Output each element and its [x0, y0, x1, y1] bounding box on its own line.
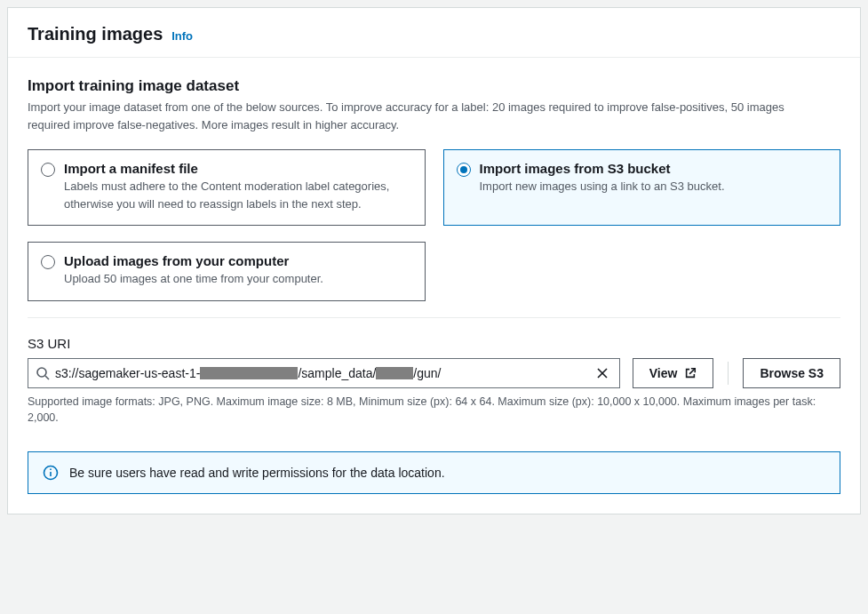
- training-images-panel: Training images Info Import training ima…: [7, 7, 861, 514]
- divider: [28, 317, 840, 318]
- s3-uri-row: s3://sagemaker-us-east-1-/sample_data//g…: [28, 358, 840, 388]
- svg-line-1: [45, 376, 49, 379]
- view-button[interactable]: View: [633, 358, 714, 388]
- panel-title: Training images: [28, 24, 163, 44]
- clear-input-button[interactable]: [593, 367, 612, 379]
- import-options-row2: Upload images from your computer Upload …: [28, 242, 840, 301]
- svg-line-4: [690, 368, 696, 373]
- redacted-segment: [376, 367, 413, 379]
- option-description: Labels must adhere to the Content modera…: [64, 178, 412, 212]
- import-options-row1: Import a manifest file Labels must adher…: [28, 149, 840, 226]
- radio-icon: [457, 163, 471, 177]
- s3-uri-label: S3 URI: [28, 336, 840, 351]
- panel-header: Training images Info: [8, 8, 860, 58]
- option-description: Upload 50 images at one time from your c…: [64, 270, 323, 288]
- option-import-manifest[interactable]: Import a manifest file Labels must adher…: [28, 149, 426, 226]
- panel-body: Import training image dataset Import you…: [8, 58, 860, 514]
- info-link[interactable]: Info: [171, 29, 193, 43]
- option-title: Import images from S3 bucket: [480, 161, 725, 176]
- radio-icon: [41, 163, 55, 177]
- info-icon: [43, 465, 59, 481]
- button-separator: [728, 362, 729, 385]
- search-icon: [36, 366, 50, 380]
- option-description: Import new images using a link to an S3 …: [480, 178, 725, 195]
- option-import-s3[interactable]: Import images from S3 bucket Import new …: [443, 149, 841, 226]
- svg-point-0: [37, 368, 46, 377]
- radio-icon: [41, 255, 55, 269]
- info-message: Be sure users have read and write permis…: [69, 466, 445, 480]
- section-title: Import training image dataset: [28, 77, 840, 95]
- browse-s3-button[interactable]: Browse S3: [743, 358, 840, 388]
- s3-uri-value: s3://sagemaker-us-east-1-/sample_data//g…: [55, 366, 593, 380]
- option-title: Upload images from your computer: [64, 253, 323, 268]
- permissions-info-box: Be sure users have read and write permis…: [28, 451, 840, 494]
- option-title: Import a manifest file: [64, 161, 412, 176]
- option-upload-computer[interactable]: Upload images from your computer Upload …: [28, 242, 426, 301]
- s3-uri-helper: Supported image formats: JPG, PNG. Maxim…: [28, 394, 840, 427]
- section-description: Import your image dataset from one of th…: [28, 99, 827, 133]
- s3-uri-input[interactable]: s3://sagemaker-us-east-1-/sample_data//g…: [28, 358, 620, 388]
- external-link-icon: [684, 367, 697, 379]
- redacted-segment: [200, 367, 298, 379]
- svg-point-7: [50, 468, 52, 470]
